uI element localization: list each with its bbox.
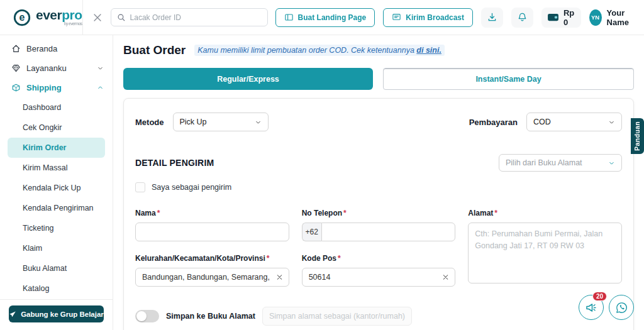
clear-kelurahan-icon[interactable] xyxy=(275,273,284,282)
sidebar-item-shipping[interactable]: Shipping xyxy=(0,78,113,97)
sidebar-item-layananku[interactable]: Layananku xyxy=(0,58,113,78)
sender-section-header: DETAIL PENGIRIM Pilih dari Buku Alamat xyxy=(135,154,622,172)
landing-page-icon xyxy=(284,13,294,22)
nama-field: Nama* xyxy=(135,209,289,241)
notification-badge: 20 xyxy=(592,292,607,301)
main-content: Buat Order Kamu memiliki limit pembuatan… xyxy=(113,35,644,330)
sidebar-item-kirim-massal[interactable]: Kirim Massal xyxy=(0,158,113,178)
brand-byline: by evermos xyxy=(36,22,82,26)
save-address-row: Simpan ke Buku Alamat xyxy=(135,307,622,326)
sidebar-item-ticketing[interactable]: Ticketing xyxy=(0,218,113,238)
metode-select[interactable]: Pick Up xyxy=(173,113,269,131)
alamat-field: Alamat* xyxy=(468,209,622,287)
metode-label: Metode xyxy=(135,118,164,127)
home-icon xyxy=(11,44,21,53)
svg-text:e: e xyxy=(19,12,25,23)
cod-terms-link[interactable]: di sini. xyxy=(416,46,441,55)
user-menu[interactable]: YN Your Name xyxy=(589,8,644,27)
close-icon[interactable] xyxy=(92,12,103,23)
topbar-main: Buat Landing Page Kirim Broadcast Rp 0 xyxy=(83,0,644,35)
broadcast-button[interactable]: Kirim Broadcast xyxy=(383,8,473,27)
tab-regular-express[interactable]: Regular/Express xyxy=(123,68,373,90)
sidebar-item-beranda[interactable]: Beranda xyxy=(0,39,113,58)
kelurahan-field: Kelurahan/Kecamatan/Kota/Provinsi* xyxy=(135,254,289,287)
chevron-down-icon xyxy=(608,119,615,126)
sidebar-item-kendala-pengiriman[interactable]: Kendala Pengiriman xyxy=(0,198,113,218)
everpro-logo[interactable]: e everpro by evermos xyxy=(0,0,83,35)
panduan-side-tab[interactable]: Panduan xyxy=(631,118,644,154)
sidebar-item-buku-alamat[interactable]: Buku Alamat xyxy=(0,258,113,278)
whatsapp-fab[interactable] xyxy=(609,295,634,320)
sidebar-nav: Beranda Layananku Shipping Dashboard Cek… xyxy=(0,35,113,299)
topbar-actions: Buat Landing Page Kirim Broadcast Rp 0 xyxy=(275,8,644,28)
topbar: e everpro by evermos Buat Landing Page xyxy=(0,0,644,35)
sidebar-footer: Gabung ke Grup Belajar xyxy=(0,299,113,330)
sidebar-item-katalog[interactable]: Katalog xyxy=(0,278,113,299)
wallet-balance[interactable]: Rp 0 xyxy=(541,8,581,28)
chevron-down-icon xyxy=(608,160,615,167)
sender-fields: Nama* No Telepon* +62 Alamat* Kelurahan/… xyxy=(135,209,622,287)
search-icon xyxy=(117,13,126,22)
save-address-toggle[interactable] xyxy=(135,310,159,322)
telepon-field: No Telepon* +62 xyxy=(302,209,456,241)
floating-buttons: 20 xyxy=(579,295,634,320)
self-sender-checkbox[interactable] xyxy=(135,182,145,192)
everpro-logo-icon: e xyxy=(13,8,31,27)
kode-pos-field: Kode Pos* xyxy=(302,254,456,287)
paper-plane-icon xyxy=(9,311,16,318)
sidebar-item-kirim-order[interactable]: Kirim Order xyxy=(8,138,105,158)
avatar: YN xyxy=(589,9,602,26)
download-icon[interactable] xyxy=(481,8,503,28)
self-sender-label: Saya sebagai pengirim xyxy=(152,183,231,192)
search-input[interactable] xyxy=(130,13,262,22)
order-type-tabs: Regular/Express Instant/Same Day xyxy=(123,68,634,90)
pembayaran-label: Pembayaran xyxy=(469,118,518,127)
package-icon xyxy=(11,83,21,92)
announcement-fab[interactable]: 20 xyxy=(579,295,604,320)
user-name: Your Name xyxy=(607,8,640,27)
join-group-button[interactable]: Gabung ke Grup Belajar xyxy=(9,305,104,322)
wallet-amount: Rp 0 xyxy=(564,8,575,27)
kelurahan-input[interactable] xyxy=(135,268,289,287)
required-mark: * xyxy=(494,209,497,217)
required-mark: * xyxy=(157,209,160,217)
clear-kode-pos-icon[interactable] xyxy=(441,273,450,282)
pembayaran-select[interactable]: COD xyxy=(526,113,622,131)
save-address-label: Simpan ke Buku Alamat xyxy=(166,312,255,321)
save-address-name-input[interactable] xyxy=(262,307,412,326)
cod-limit-note: Kamu memiliki limit pembuatan order COD.… xyxy=(194,45,445,56)
pembayaran-field: Pembayaran COD xyxy=(469,113,622,131)
page-title: Buat Order xyxy=(123,43,186,57)
metode-field: Metode Pick Up xyxy=(135,113,269,131)
chevron-down-icon xyxy=(97,65,104,72)
chevron-up-icon xyxy=(97,84,104,91)
section-title: DETAIL PENGIRIM xyxy=(135,158,214,168)
telepon-input[interactable] xyxy=(321,223,456,241)
order-search[interactable] xyxy=(111,8,268,26)
sidebar-item-kendala-pick-up[interactable]: Kendala Pick Up xyxy=(0,178,113,198)
landing-page-button[interactable]: Buat Landing Page xyxy=(275,8,375,27)
kode-pos-input[interactable] xyxy=(302,268,456,287)
whatsapp-icon xyxy=(615,301,628,314)
alamat-textarea[interactable] xyxy=(468,223,622,283)
page-header: Buat Order Kamu memiliki limit pembuatan… xyxy=(123,43,634,57)
megaphone-icon xyxy=(585,301,597,314)
tab-instant-same-day[interactable]: Instant/Same Day xyxy=(383,68,634,90)
phone-prefix: +62 xyxy=(302,223,321,241)
required-mark: * xyxy=(343,209,347,217)
address-book-select[interactable]: Pilih dari Buku Alamat xyxy=(499,154,622,172)
self-sender-row: Saya sebagai pengirim xyxy=(135,182,622,192)
required-mark: * xyxy=(267,254,270,263)
sidebar-item-dashboard[interactable]: Dashboard xyxy=(0,97,113,118)
sidebar-item-cek-ongkir[interactable]: Cek Ongkir xyxy=(0,118,113,138)
sidebar: Beranda Layananku Shipping Dashboard Cek… xyxy=(0,35,113,330)
bell-icon[interactable] xyxy=(511,8,533,28)
nama-input[interactable] xyxy=(135,223,289,241)
brand-name: everpro by evermos xyxy=(36,8,82,26)
order-form-card: Metode Pick Up Pembayaran COD xyxy=(123,98,634,330)
required-mark: * xyxy=(338,254,341,263)
diamond-icon xyxy=(11,63,21,73)
method-payment-row: Metode Pick Up Pembayaran COD xyxy=(135,113,622,131)
broadcast-icon xyxy=(392,13,401,22)
sidebar-item-klaim[interactable]: Klaim xyxy=(0,238,113,258)
